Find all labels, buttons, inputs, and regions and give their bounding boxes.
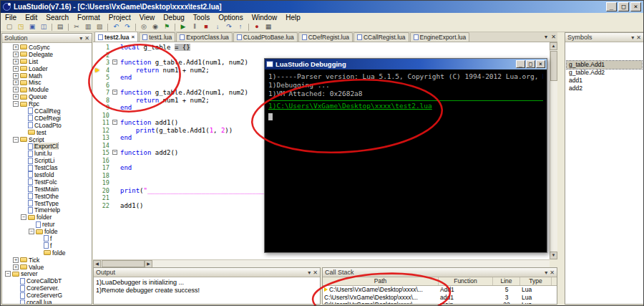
close-icon[interactable]: ✕ — [84, 35, 89, 42]
minimize-button[interactable]: _ — [606, 2, 617, 11]
tree-item-testmain[interactable]: TestMain — [2, 186, 92, 193]
tree-item-scriptli[interactable]: ScriptLi — [2, 157, 92, 164]
tab-test1-lua[interactable]: test1.lua — [139, 32, 175, 42]
menu-project[interactable]: Project — [104, 13, 135, 22]
chevron-down-icon[interactable]: ▾ — [545, 34, 547, 40]
code-line[interactable]: 1local g_table = {} — [93, 44, 550, 52]
expand-icon[interactable]: + — [13, 52, 19, 57]
tree-item-rpc[interactable]: −Rpc — [2, 100, 92, 107]
expand-icon[interactable]: + — [13, 59, 19, 64]
debug-console-window[interactable]: LuaStudio Debugging _ □ × 1)-----Parser … — [264, 58, 547, 253]
close-icon[interactable]: ✕ — [636, 34, 641, 41]
collapse-icon[interactable]: − — [13, 137, 19, 143]
expand-icon[interactable]: + — [13, 80, 19, 85]
tree-item-coreserverg[interactable]: CoreServerG — [2, 292, 92, 299]
menu-tools[interactable]: Tools — [189, 13, 214, 22]
tree-item-corecalldbt[interactable]: CoreCallDbT — [2, 277, 92, 285]
close-button[interactable]: × — [630, 2, 641, 11]
column-header-type[interactable]: Type — [520, 277, 552, 285]
break-all-icon[interactable]: ‖ — [190, 23, 200, 32]
tree-item-lunit-lu[interactable]: lunit.lu — [2, 150, 92, 157]
symbol-g-table-add1[interactable]: g_table.Add1 — [567, 61, 642, 69]
close-button[interactable]: × — [536, 60, 545, 68]
symbol-add2[interactable]: add2 — [567, 85, 642, 92]
tree-item-cpcall-lua[interactable]: cpcall.lua — [2, 299, 92, 304]
tree-item-f[interactable]: f — [2, 242, 92, 249]
close-icon[interactable]: ✕ — [313, 269, 318, 276]
close-icon[interactable]: ✕ — [550, 269, 555, 276]
tree-item-value[interactable]: +Value — [2, 264, 92, 271]
step-into-icon[interactable]: ↓ — [213, 23, 223, 32]
tree-item-cosync[interactable]: +CoSync — [2, 44, 92, 51]
expand-icon[interactable]: + — [13, 87, 19, 92]
fold-collapse-icon[interactable]: − — [112, 120, 117, 125]
tree-item-testfold[interactable]: testfold — [2, 171, 92, 178]
tree-item-queue[interactable]: +Queue — [2, 93, 92, 100]
find-icon[interactable]: ◎ — [139, 23, 149, 32]
menu-view[interactable]: View — [135, 13, 160, 22]
menu-search[interactable]: Search — [42, 13, 73, 22]
tree-item-testothe[interactable]: TestOthe — [2, 193, 92, 200]
tree-item-testfolc[interactable]: TestFolc — [2, 178, 92, 186]
tab-test2-lua[interactable]: test2.lua× — [94, 32, 138, 42]
menu-window[interactable]: Window — [248, 13, 282, 22]
bookmark-icon[interactable]: ⚑ — [162, 23, 172, 32]
tree-item-cloadpto[interactable]: CLoadPto — [2, 122, 92, 129]
symbol-add1[interactable]: add1 — [567, 77, 642, 85]
title-bar[interactable]: LuaStudio(v7.16) - [C:\Users\VxGame\Desk… — [1, 1, 643, 13]
menu-file[interactable]: File — [1, 13, 21, 22]
tree-item-folde[interactable]: −folde — [2, 228, 92, 235]
stop-debug-icon[interactable]: ■ — [201, 23, 211, 32]
tree-item-delegate[interactable]: +Delegate — [2, 51, 92, 58]
tree-item-server[interactable]: −server — [2, 271, 92, 278]
tree-item-exportcl[interactable]: ExportCl — [2, 143, 92, 150]
collapse-icon[interactable]: − — [13, 101, 19, 107]
expand-icon[interactable]: + — [13, 257, 19, 263]
tree-item-list[interactable]: +List — [2, 58, 92, 65]
tree-item-tick[interactable]: +Tick — [2, 257, 92, 264]
fold-collapse-icon[interactable]: − — [112, 90, 117, 95]
tree-item-misc[interactable]: +Misc — [2, 79, 92, 86]
scroll-up-icon[interactable]: ▲ — [550, 42, 557, 50]
callstack-row[interactable]: C:\Users\VxGame\Desktop\xxxx\...add13Lua — [323, 294, 557, 302]
close-icon[interactable]: × — [132, 34, 135, 40]
column-header-line[interactable]: Line — [493, 277, 520, 285]
step-out-icon[interactable]: ↑ — [235, 23, 245, 32]
tree-item-testclas[interactable]: TestClas — [2, 164, 92, 171]
tab-exportclass-lua[interactable]: ExportClass.lua — [176, 32, 233, 42]
tree-item-coreserver[interactable]: CoreServer. — [2, 285, 92, 292]
tree-item-test[interactable]: test — [2, 129, 92, 136]
chevron-down-icon[interactable]: ▾ — [79, 35, 82, 42]
tree-item-ccallreg[interactable]: CCallReg — [2, 107, 92, 115]
watch-window-icon[interactable]: ▦ — [263, 23, 273, 32]
expand-icon[interactable]: + — [13, 94, 19, 100]
callstack-row[interactable]: C:\Users\VxGame\Desktop\xxxx\...main22Lu… — [323, 301, 557, 305]
tree-item-loader[interactable]: +Loader — [2, 65, 92, 72]
scrollbar-thumb[interactable] — [550, 51, 557, 81]
tree-item-testtype[interactable]: TestType — [2, 200, 92, 207]
find-next-icon[interactable]: ◉ — [150, 23, 160, 32]
new-file-icon[interactable]: ▢ — [4, 23, 14, 32]
redo-icon[interactable]: ↷ — [122, 23, 132, 32]
collapse-icon[interactable]: − — [5, 271, 11, 277]
toggle-breakpoint-icon[interactable]: ● — [252, 23, 262, 32]
undo-icon[interactable]: ↶ — [111, 23, 121, 32]
tab-ccallregist-lua[interactable]: CCallRegist.lua — [353, 32, 409, 42]
tree-item-module[interactable]: +Module — [2, 86, 92, 93]
scrollbar-thumb[interactable] — [102, 260, 145, 267]
collapse-icon[interactable]: − — [21, 214, 26, 220]
minimize-button[interactable]: _ — [516, 60, 525, 68]
print-icon[interactable]: ▤ — [55, 23, 65, 32]
expand-icon[interactable]: + — [13, 264, 19, 270]
tree-item-timehelp[interactable]: TimeHelp — [2, 206, 92, 214]
symbol-g-table-add2[interactable]: g_table.Add2 — [567, 69, 642, 77]
maximize-button[interactable]: □ — [526, 60, 535, 68]
scroll-down-icon[interactable]: ▼ — [550, 252, 557, 259]
menu-help[interactable]: Help — [281, 13, 305, 22]
column-header-function[interactable]: Function — [439, 277, 493, 285]
paste-icon[interactable]: ▧ — [94, 23, 104, 32]
maximize-button[interactable]: □ — [618, 2, 629, 11]
editor-horizontal-scrollbar[interactable]: ◀ ▶ — [93, 259, 550, 267]
tree-item-script[interactable]: −Script — [2, 136, 92, 143]
fold-collapse-icon[interactable]: − — [112, 59, 117, 64]
